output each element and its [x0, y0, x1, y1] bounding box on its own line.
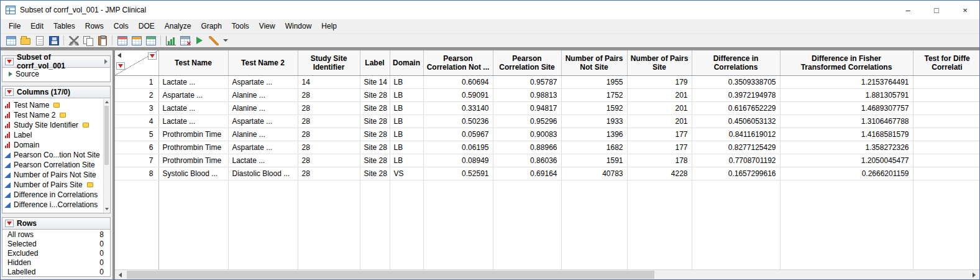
copy-button[interactable]	[81, 34, 95, 47]
cell[interactable]: 1933	[561, 114, 627, 128]
column-item[interactable]: Test Name	[4, 100, 103, 110]
column-header[interactable]: Label	[360, 50, 390, 75]
cell[interactable]: 0.2666201159	[780, 167, 913, 180]
cell[interactable]: 0.60694	[423, 75, 493, 88]
scroll-up-arrow-icon[interactable]	[104, 99, 109, 105]
columns-scrollbar-thumb[interactable]	[104, 106, 109, 165]
columns-scrollbar[interactable]	[103, 99, 109, 212]
cell[interactable]: 1592	[561, 101, 627, 114]
close-button[interactable]: ×	[951, 1, 979, 19]
cell[interactable]: 0.98813	[493, 88, 561, 101]
column-item[interactable]: Difference in Correlations	[4, 190, 103, 200]
cell[interactable]: 0.1657299616	[692, 167, 780, 180]
menu-rows[interactable]: Rows	[80, 19, 109, 33]
cell[interactable]: 1.4689307757	[780, 101, 913, 114]
cell[interactable]: Alanine ...	[228, 88, 298, 101]
cell[interactable]	[913, 88, 979, 101]
clear-table-button[interactable]	[178, 34, 192, 47]
cell[interactable]: LB	[390, 88, 423, 101]
cell[interactable]: 40783	[561, 167, 627, 180]
column-item[interactable]: Test Name 2	[4, 110, 103, 120]
cell[interactable]	[913, 101, 979, 114]
cell[interactable]: 0.3972194978	[692, 88, 780, 101]
menu-graph[interactable]: Graph	[196, 19, 226, 33]
cell[interactable]: LB	[390, 101, 423, 114]
cell[interactable]: 0.3509338705	[692, 75, 780, 88]
cell[interactable]	[913, 75, 979, 88]
row-number-cell[interactable]: 2	[115, 88, 158, 101]
rows-stat[interactable]: All rows8	[2, 230, 110, 239]
cell[interactable]: 0.86036	[493, 154, 561, 167]
cell[interactable]: Site 28	[360, 141, 390, 154]
maximize-button[interactable]: □	[922, 1, 951, 19]
column-header[interactable]: Test for Diffe Correlati	[913, 50, 979, 75]
horizontal-scrollbar[interactable]	[115, 269, 979, 279]
cell[interactable]: 179	[627, 75, 692, 88]
column-header[interactable]: Test Name	[158, 50, 228, 75]
rows-stat[interactable]: Selected0	[2, 239, 110, 248]
cell[interactable]: Site 28	[360, 128, 390, 141]
cell[interactable]: Lactate ...	[158, 75, 228, 88]
scroll-right-arrow-icon[interactable]	[969, 270, 979, 279]
row-number-cell[interactable]: 7	[115, 154, 158, 167]
column-header[interactable]: Pearson Correlation Site	[493, 50, 561, 75]
cell[interactable]: 0.06195	[423, 141, 493, 154]
cell[interactable]: 201	[627, 114, 692, 128]
column-item[interactable]: Number of Pairs Site	[4, 180, 103, 190]
cell[interactable]: 28	[298, 141, 360, 154]
collapse-sidebar-arrow-icon[interactable]	[117, 53, 121, 58]
menu-help[interactable]: Help	[316, 19, 342, 33]
menu-tools[interactable]: Tools	[227, 19, 254, 33]
cell[interactable]: 201	[627, 101, 692, 114]
cell[interactable]: 28	[298, 154, 360, 167]
row-number-cell[interactable]: 3	[115, 101, 158, 114]
cell[interactable]: 0.59091	[423, 88, 493, 101]
new-journal-button[interactable]	[32, 34, 47, 47]
cell[interactable]: Site 28	[360, 167, 390, 180]
columns-menu-red-triangle[interactable]	[148, 52, 157, 60]
cell[interactable]: Alanine ...	[228, 101, 298, 114]
cell[interactable]: 28	[298, 167, 360, 180]
cell[interactable]: 4228	[627, 167, 692, 180]
cell[interactable]	[913, 141, 979, 154]
cell[interactable]	[913, 114, 979, 128]
cell[interactable]: 0.52591	[423, 167, 493, 180]
column-item[interactable]: Label	[4, 130, 103, 140]
cell[interactable]: 201	[627, 88, 692, 101]
column-item[interactable]: Study Site Identifier	[4, 120, 103, 130]
cell[interactable]: Lactate ...	[158, 114, 228, 128]
cell[interactable]: LB	[390, 75, 423, 88]
cell[interactable]: 0.6167652229	[692, 101, 780, 114]
cell[interactable]: 0.95787	[493, 75, 561, 88]
cell[interactable]: 177	[627, 141, 692, 154]
cell[interactable]: 0.90083	[493, 128, 561, 141]
columns-menu-red-triangle[interactable]	[5, 88, 14, 96]
column-header[interactable]: Number of Pairs Site	[627, 50, 692, 75]
cell[interactable]: 0.88966	[493, 141, 561, 154]
row-number-cell[interactable]: 8	[115, 167, 158, 180]
cell[interactable]: Aspartate ...	[228, 75, 298, 88]
cell[interactable]: LB	[390, 141, 423, 154]
cell[interactable]: LB	[390, 128, 423, 141]
run-script-button[interactable]	[192, 34, 206, 47]
column-header[interactable]: Test Name 2	[228, 50, 298, 75]
cell[interactable]: 0.05967	[423, 128, 493, 141]
column-item[interactable]: Domain	[4, 140, 103, 150]
new-data-table-button[interactable]	[4, 34, 18, 47]
data-table-summary-button[interactable]	[129, 34, 144, 47]
cell[interactable]: Prothrombin Time	[158, 154, 228, 167]
cell[interactable]: Diastolic Blood ...	[228, 167, 298, 180]
menu-file[interactable]: File	[4, 19, 25, 33]
paste-button[interactable]	[95, 34, 109, 47]
column-item[interactable]: Number of Pairs Not Site	[4, 170, 103, 180]
column-header[interactable]: Difference in Fisher Transformed Correla…	[780, 50, 913, 75]
cell[interactable]: 28	[298, 128, 360, 141]
toolbar-overflow-chevron-icon[interactable]	[223, 39, 228, 42]
table-menu-red-triangle[interactable]	[5, 58, 14, 65]
cell[interactable]: 14	[298, 75, 360, 88]
rows-stat[interactable]: Hidden0	[2, 258, 110, 267]
data-table-subset-button[interactable]	[115, 34, 129, 47]
data-table-grid-button[interactable]	[144, 34, 158, 47]
cell[interactable]: 1955	[561, 75, 627, 88]
cell[interactable]	[913, 154, 979, 167]
